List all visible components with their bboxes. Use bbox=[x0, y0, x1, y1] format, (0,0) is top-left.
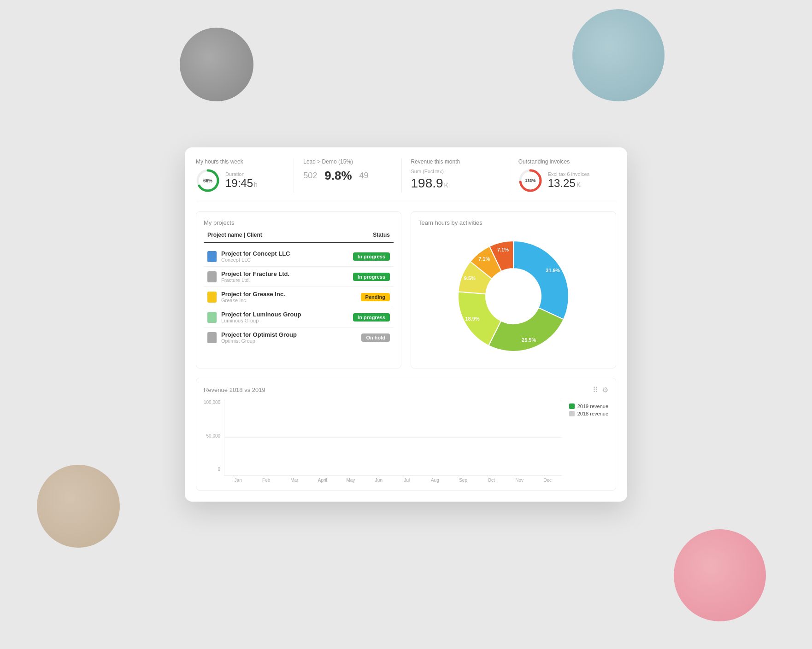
project-name: Project for Grease Inc. bbox=[221, 291, 285, 298]
invoice-percent: 133% bbox=[525, 178, 535, 183]
project-left: Project for Fracture Ltd. Fracture Ltd. bbox=[207, 270, 289, 283]
hours-sublabel: Duration bbox=[225, 171, 258, 177]
revenue-content: Sum (Excl tax) 198.9K bbox=[411, 169, 500, 191]
status-badge: In progress bbox=[353, 252, 390, 261]
stat-revenue: Revenue this month Sum (Excl tax) 198.9K bbox=[402, 158, 509, 193]
team-panel-title: Team hours by activities bbox=[418, 219, 608, 226]
project-row[interactable]: Project for Fracture Ltd. Fracture Ltd. … bbox=[204, 267, 394, 287]
status-badge: In progress bbox=[353, 313, 390, 322]
x-label: Dec bbox=[534, 478, 562, 483]
x-labels: JanFebMarAprilMayJunJulAugSepOctNovDec bbox=[224, 478, 562, 483]
x-label: May bbox=[336, 478, 365, 483]
chart-body: 100,000 50,000 0 JanFebMarAprilMayJunJul… bbox=[204, 400, 608, 483]
y-label-100k: 100,000 bbox=[204, 400, 220, 405]
projects-table-header: Project name | Client Status bbox=[204, 232, 394, 243]
project-name: Project for Concept LLC bbox=[221, 250, 290, 257]
revenue-value-row: 198.9K bbox=[411, 176, 448, 191]
project-icon bbox=[207, 312, 217, 323]
project-info: Project for Grease Inc. Grease Inc. bbox=[221, 291, 285, 303]
project-name: Project for Fracture Ltd. bbox=[221, 270, 289, 277]
blob-pink bbox=[674, 529, 766, 621]
project-row[interactable]: Project for Concept LLC Concept LLC In p… bbox=[204, 246, 394, 267]
project-left: Project for Optimist Group Optimist Grou… bbox=[207, 331, 297, 344]
status-badge: On hold bbox=[361, 333, 390, 342]
grid-icon[interactable]: ⠿ bbox=[593, 386, 598, 394]
legend-item: 2018 revenue bbox=[569, 411, 608, 416]
project-client: Fracture Ltd. bbox=[221, 277, 289, 283]
hours-circle: 66% bbox=[196, 169, 220, 193]
project-icon bbox=[207, 271, 217, 282]
bar-chart-area: 100,000 50,000 0 JanFebMarAprilMayJunJul… bbox=[204, 400, 562, 483]
x-label: Jul bbox=[393, 478, 421, 483]
project-icon bbox=[207, 292, 217, 303]
invoice-content: 133% Excl tax 6 invoices 13.25K bbox=[518, 169, 607, 193]
dashboard-card: My hours this week 66% Duration 19:45h bbox=[185, 147, 627, 502]
invoice-sublabel: Excl tax 6 invoices bbox=[548, 171, 589, 177]
x-label: Jan bbox=[224, 478, 252, 483]
col-project-name: Project name | Client bbox=[207, 232, 262, 238]
chart-title: Revenue 2018 vs 2019 bbox=[204, 386, 265, 393]
legend-dot bbox=[569, 411, 575, 416]
bars-container bbox=[224, 400, 562, 476]
lead-pct: 9.8% bbox=[324, 169, 352, 183]
project-row[interactable]: Project for Optimist Group Optimist Grou… bbox=[204, 327, 394, 347]
svg-text:31.9%: 31.9% bbox=[546, 268, 560, 273]
project-left: Project for Luminous Group Luminous Grou… bbox=[207, 311, 301, 323]
team-panel: Team hours by activities 31.9%25.5%18.9%… bbox=[411, 211, 616, 368]
x-label: Mar bbox=[280, 478, 308, 483]
project-left: Project for Concept LLC Concept LLC bbox=[207, 250, 290, 263]
stat-lead-label: Lead > Demo (15%) bbox=[303, 158, 392, 165]
donut-chart: 31.9%25.5%18.9%9.5%7.1%7.1% bbox=[418, 232, 608, 361]
project-name: Project for Luminous Group bbox=[221, 311, 301, 318]
svg-text:7.1%: 7.1% bbox=[478, 256, 490, 262]
svg-text:9.5%: 9.5% bbox=[464, 275, 476, 281]
grid-line-50 bbox=[224, 437, 562, 438]
project-name: Project for Optimist Group bbox=[221, 331, 297, 338]
projects-panel-title: My projects bbox=[204, 219, 394, 226]
svg-text:18.9%: 18.9% bbox=[465, 316, 479, 322]
revenue-sublabel: Sum (Excl tax) bbox=[411, 169, 444, 174]
project-client: Optimist Group bbox=[221, 338, 297, 344]
project-row[interactable]: Project for Grease Inc. Grease Inc. Pend… bbox=[204, 287, 394, 307]
status-badge: In progress bbox=[353, 273, 390, 281]
stats-row: My hours this week 66% Duration 19:45h bbox=[196, 158, 616, 202]
stat-hours-content: 66% Duration 19:45h bbox=[196, 169, 284, 193]
stat-hours-label: My hours this week bbox=[196, 158, 284, 165]
main-content: My projects Project name | Client Status… bbox=[196, 211, 616, 368]
chart-controls[interactable]: ⠿ ⚙ bbox=[593, 386, 608, 394]
blob-beige bbox=[37, 465, 120, 548]
x-label: Feb bbox=[252, 478, 280, 483]
lead-content: 502 9.8% 49 bbox=[303, 169, 392, 183]
project-icon bbox=[207, 332, 217, 343]
project-client: Grease Inc. bbox=[221, 298, 285, 303]
status-badge: Pending bbox=[361, 293, 390, 301]
project-info: Project for Optimist Group Optimist Grou… bbox=[221, 331, 297, 344]
legend-item: 2019 revenue bbox=[569, 403, 608, 409]
x-label: Nov bbox=[506, 478, 534, 483]
project-info: Project for Luminous Group Luminous Grou… bbox=[221, 311, 301, 323]
stat-hours: My hours this week 66% Duration 19:45h bbox=[196, 158, 294, 193]
hours-value: 19:45h bbox=[225, 177, 258, 190]
chart-legend: 2019 revenue 2018 revenue bbox=[569, 400, 608, 483]
settings-icon[interactable]: ⚙ bbox=[602, 386, 608, 394]
projects-list: Project for Concept LLC Concept LLC In p… bbox=[204, 246, 394, 347]
col-status: Status bbox=[373, 232, 390, 238]
project-client: Concept LLC bbox=[221, 257, 290, 263]
y-axis: 100,000 50,000 0 bbox=[204, 400, 220, 483]
y-label-0: 0 bbox=[204, 467, 220, 472]
stat-revenue-label: Revenue this month bbox=[411, 158, 500, 165]
x-label: Jun bbox=[365, 478, 393, 483]
x-label: April bbox=[308, 478, 336, 483]
project-info: Project for Concept LLC Concept LLC bbox=[221, 250, 290, 263]
hours-main: Duration 19:45h bbox=[225, 171, 258, 190]
project-client: Luminous Group bbox=[221, 318, 301, 323]
project-icon bbox=[207, 251, 217, 262]
invoice-value-row: 13.25K bbox=[548, 177, 589, 190]
legend-dot bbox=[569, 403, 575, 409]
project-row[interactable]: Project for Luminous Group Luminous Grou… bbox=[204, 307, 394, 327]
stat-invoices: Outstanding invoices 133% Excl tax 6 inv… bbox=[509, 158, 616, 193]
revenue-chart-panel: Revenue 2018 vs 2019 ⠿ ⚙ 100,000 50,000 … bbox=[196, 378, 616, 491]
x-label: Oct bbox=[477, 478, 506, 483]
stat-lead: Lead > Demo (15%) 502 9.8% 49 bbox=[294, 158, 401, 193]
legend-label: 2018 revenue bbox=[577, 411, 608, 416]
